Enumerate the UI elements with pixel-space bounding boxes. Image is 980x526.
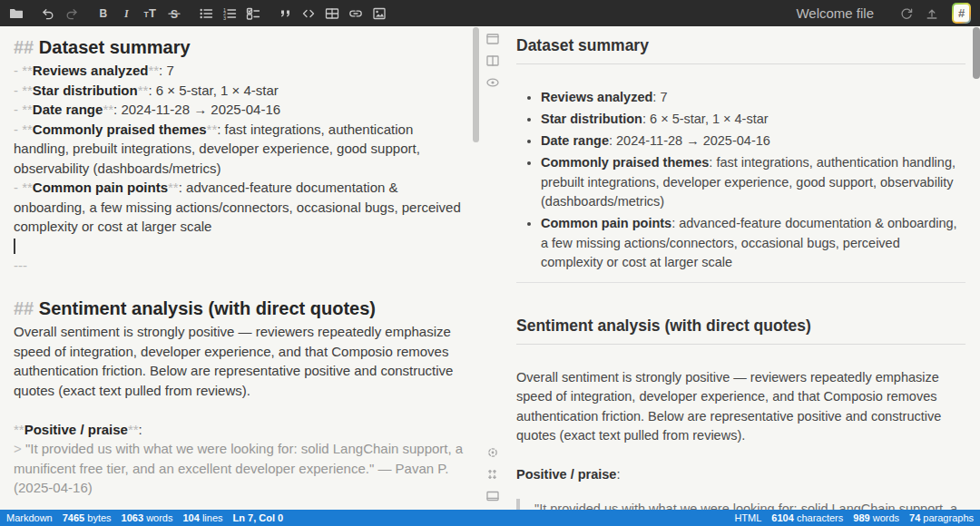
stat-value: 6104 [771, 512, 793, 523]
code-block-icon [301, 6, 316, 21]
editor-line[interactable]: - **Commonly praised themes**: fast inte… [14, 120, 466, 179]
blockquote-button[interactable] [273, 0, 297, 26]
top-toolbar: BITTS123 Welcome file # [0, 0, 980, 26]
md-text: Reviews analyzed [33, 63, 149, 78]
image-button[interactable] [368, 0, 391, 26]
stat-label: Markdown [6, 512, 53, 523]
list-item-text: : 2024-11-28 → 2025-04-16 [609, 133, 770, 148]
stat-label: HTML [734, 512, 761, 523]
preview-section-heading: Dataset summary [516, 35, 965, 64]
redo-button[interactable] [60, 0, 83, 26]
focus-mode-button[interactable] [485, 445, 501, 460]
md-token: ## [14, 37, 39, 57]
editor-line[interactable] [14, 276, 466, 296]
toggle-navigation-bar-button[interactable] [485, 32, 501, 46]
blockquote-icon [278, 6, 292, 21]
numbered-list-button[interactable]: 123 [218, 0, 241, 26]
toggle-status-bar-icon [485, 489, 500, 503]
editor-line[interactable]: Overall sentiment is strongly positive —… [14, 322, 466, 400]
undo-button[interactable] [36, 0, 60, 26]
statusbar-item: 6104 characters [771, 512, 843, 523]
link-button[interactable] [344, 0, 368, 26]
editor-line[interactable]: - **Date range**: 2024-11-28 → 2025-04-1… [14, 100, 466, 120]
checklist-icon [246, 6, 260, 21]
markdown-editor-pane[interactable]: ## Dataset summary- **Reviews analyzed**… [0, 26, 480, 510]
preview-bold-paragraph: Positive / praise: [516, 465, 965, 485]
editor-line[interactable] [14, 237, 466, 257]
toggle-editor-button[interactable] [485, 75, 501, 90]
code-block-button[interactable] [297, 0, 320, 26]
preview-scrollbar[interactable] [973, 27, 980, 79]
statusbar-item: 104 lines [182, 512, 222, 523]
list-item-label: Reviews analyzed [541, 90, 652, 104]
statusbar-item: 1063 words [122, 512, 173, 523]
strikethrough-button[interactable]: S [162, 0, 186, 26]
preview-divider [516, 282, 965, 283]
md-text: Positive / praise [24, 422, 128, 437]
markdown-editor[interactable]: ## Dataset summary- **Reviews analyzed**… [0, 26, 480, 510]
preview-blockquote: "It provided us with what we were lookin… [516, 499, 965, 510]
checklist-button[interactable] [241, 0, 265, 26]
editor-scrollbar[interactable] [473, 27, 479, 142]
editor-line[interactable] [14, 498, 466, 511]
bullet-list-icon [199, 6, 213, 21]
table-button[interactable] [320, 0, 344, 26]
editor-line[interactable]: --- [14, 256, 466, 276]
md-token: ** [148, 63, 159, 78]
md-token: ** [168, 180, 179, 195]
statusbar-markdown-stats: Markdown7465 bytes1063 words104 linesLn … [6, 512, 283, 523]
sync-button[interactable] [894, 0, 919, 26]
stat-value: 74 [909, 512, 920, 523]
folder-button[interactable] [5, 0, 28, 26]
folder-icon [9, 6, 24, 21]
editor-line[interactable]: - **Reviews analyzed**: 7 [14, 61, 466, 81]
paragraph-label: Positive / praise [516, 467, 616, 482]
stackedit-app: BITTS123 Welcome file # ## Dataset summa… [0, 0, 980, 526]
editor-heading-line[interactable]: ## Sentiment analysis (with direct quote… [14, 295, 466, 322]
table-icon [325, 6, 339, 21]
preview-section-heading: Sentiment analysis (with direct quotes) [516, 316, 965, 345]
editor-line[interactable]: > "It provided us with what we were look… [14, 439, 466, 498]
svg-text:T: T [149, 6, 156, 20]
blockquote-text: "It provided us with what we were lookin… [534, 500, 958, 510]
numbered-list-icon: 123 [222, 6, 237, 21]
editor-line[interactable]: - **Star distribution**: 6 × 5-star, 1 ×… [14, 81, 466, 101]
file-title[interactable]: Welcome file [796, 5, 874, 21]
preview-list-item: Reviews analyzed: 7 [541, 88, 965, 108]
stat-value: 7465 [63, 512, 84, 523]
md-text: Star distribution [33, 83, 138, 98]
md-token: - ** [14, 180, 33, 195]
md-token: ** [207, 122, 218, 137]
stat-value: 989 [853, 512, 869, 523]
md-text: Date range [33, 102, 103, 117]
app-logo-button[interactable]: # [952, 3, 971, 24]
md-text: : 6 × 5-star, 1 × 4-star [148, 83, 278, 98]
editor-heading-line[interactable]: ## Dataset summary [14, 34, 466, 61]
list-item-label: Commonly praised themes [541, 155, 709, 170]
statusbar-item: 74 paragraphs [909, 512, 974, 523]
scroll-sync-button[interactable] [485, 467, 501, 482]
editor-line[interactable]: - **Common pain points**: advanced-featu… [14, 178, 466, 237]
editor-line[interactable] [14, 400, 466, 420]
preview-list-item: Date range: 2024-11-28 → 2025-04-16 [541, 132, 965, 151]
preview-paragraph: Overall sentiment is strongly positive —… [516, 368, 965, 446]
heading-button[interactable]: TT [139, 0, 162, 26]
toggle-status-bar-button[interactable] [485, 489, 501, 503]
svg-text:B: B [100, 7, 108, 20]
toggle-navigation-bar-icon [485, 32, 500, 46]
italic-button[interactable]: I [115, 0, 139, 26]
status-bar: Markdown7465 bytes1063 words104 linesLn … [0, 510, 980, 526]
md-token: ## [14, 298, 39, 318]
editor-line[interactable]: **Positive / praise**: [14, 420, 466, 440]
toggle-side-preview-button[interactable] [485, 54, 501, 68]
publish-button[interactable] [919, 0, 945, 26]
publish-icon [925, 6, 939, 21]
md-text: Sentiment analysis (with direct quotes) [39, 298, 376, 318]
strikethrough-icon: S [167, 6, 181, 21]
image-icon [372, 6, 387, 21]
list-item-text: : 6 × 5-star, 1 × 4-star [642, 112, 769, 126]
bold-button[interactable]: B [92, 0, 115, 26]
stat-value: 1063 [122, 512, 143, 523]
bullet-list-button[interactable] [194, 0, 218, 26]
preview-list-item: Commonly praised themes: fast integratio… [541, 153, 965, 212]
